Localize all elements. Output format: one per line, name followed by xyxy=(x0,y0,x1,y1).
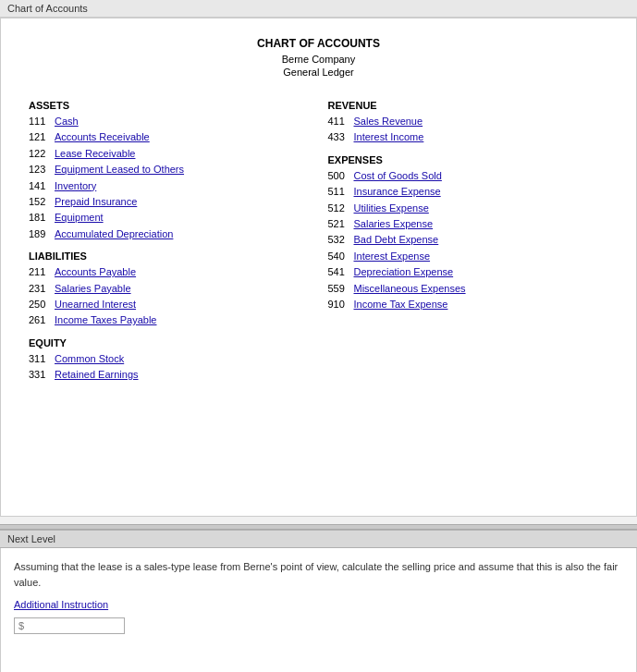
revenue-list: 411Sales Revenue433Interest Income xyxy=(328,115,609,145)
equity-list: 311Common Stock331Retained Earnings xyxy=(29,352,310,383)
account-name[interactable]: Common Stock xyxy=(55,352,124,366)
accounts-columns: ASSETS 111Cash121Accounts Receivable122L… xyxy=(29,91,608,384)
account-number: 500 xyxy=(328,169,354,183)
next-level-label: Next Level xyxy=(7,533,55,544)
account-number: 141 xyxy=(29,179,55,193)
account-name[interactable]: Interest Income xyxy=(354,130,424,144)
account-name[interactable]: Equipment xyxy=(55,211,104,225)
account-name[interactable]: Income Taxes Payable xyxy=(55,313,156,327)
expenses-header: EXPENSES xyxy=(328,154,609,165)
list-item: 512Utilities Expense xyxy=(328,202,609,215)
list-item: 123Equipment Leased to Others xyxy=(29,163,310,177)
next-level-bar: Next Level xyxy=(0,530,637,548)
list-item: 261Income Taxes Payable xyxy=(29,313,310,327)
account-name[interactable]: Unearned Interest xyxy=(55,298,136,312)
account-name[interactable]: Salaries Expense xyxy=(354,217,434,231)
assets-header: ASSETS xyxy=(29,100,310,111)
account-number: 559 xyxy=(328,282,354,296)
equity-header: EQUITY xyxy=(29,337,310,348)
chart-of-accounts-panel: CHART OF ACCOUNTS Berne Company General … xyxy=(0,18,637,517)
instruction-text: Assuming that the lease is a sales-type … xyxy=(14,559,623,590)
list-item: 532Bad Debt Expense xyxy=(328,233,609,247)
account-name[interactable]: Lease Receivable xyxy=(55,147,135,161)
list-item: 500Cost of Goods Sold xyxy=(328,169,609,183)
account-name[interactable]: Cost of Goods Sold xyxy=(354,169,442,183)
account-name[interactable]: Miscellaneous Expenses xyxy=(354,282,466,296)
tab-label: Chart of Accounts xyxy=(7,3,88,14)
account-number: 541 xyxy=(328,265,354,279)
account-name[interactable]: Inventory xyxy=(55,179,96,193)
list-item: 910Income Tax Expense xyxy=(328,298,609,312)
account-name[interactable]: Salaries Payable xyxy=(55,282,131,296)
account-name[interactable]: Depreciation Expense xyxy=(354,265,454,279)
account-name[interactable]: Accumulated Depreciation xyxy=(55,227,173,241)
bottom-section: Assuming that the lease is a sales-type … xyxy=(0,548,637,672)
account-name[interactable]: Interest Expense xyxy=(354,250,431,263)
list-item: 311Common Stock xyxy=(29,352,310,366)
list-item: 521Salaries Expense xyxy=(328,217,609,231)
account-number: 211 xyxy=(29,265,55,279)
account-name[interactable]: Prepaid Insurance xyxy=(55,195,137,209)
list-item: 250Unearned Interest xyxy=(29,298,310,312)
account-name[interactable]: Sales Revenue xyxy=(354,115,423,128)
account-name[interactable]: Retained Earnings xyxy=(55,368,139,382)
list-item: 541Depreciation Expense xyxy=(328,265,609,279)
liabilities-header: LIABILITIES xyxy=(29,250,310,262)
account-number: 331 xyxy=(29,368,55,382)
list-item: 121Accounts Receivable xyxy=(29,130,310,144)
account-number: 511 xyxy=(328,185,354,199)
tab-bar: Chart of Accounts xyxy=(0,0,637,18)
list-item: 181Equipment xyxy=(29,211,310,225)
account-name[interactable]: Insurance Expense xyxy=(354,185,441,199)
account-name[interactable]: Cash xyxy=(55,115,79,128)
account-name[interactable]: Bad Debt Expense xyxy=(354,233,439,247)
chart-ledger: General Ledger xyxy=(29,67,608,78)
account-number: 532 xyxy=(328,233,354,247)
list-item: 211Accounts Payable xyxy=(29,265,310,279)
answer-input[interactable] xyxy=(14,617,125,634)
account-name[interactable]: Utilities Expense xyxy=(354,202,429,215)
account-name[interactable]: Accounts Receivable xyxy=(55,130,150,144)
account-number: 189 xyxy=(29,227,55,241)
account-name[interactable]: Equipment Leased to Others xyxy=(55,163,184,177)
account-number: 311 xyxy=(29,352,55,366)
list-item: 331Retained Earnings xyxy=(29,368,310,382)
chart-title: CHART OF ACCOUNTS xyxy=(29,37,608,50)
account-number: 910 xyxy=(328,298,354,312)
account-number: 411 xyxy=(328,115,354,128)
chart-company: Berne Company xyxy=(29,54,608,65)
account-number: 250 xyxy=(29,298,55,312)
account-number: 540 xyxy=(328,250,354,263)
additional-instruction-link[interactable]: Additional Instruction xyxy=(14,599,623,610)
account-number: 261 xyxy=(29,313,55,327)
list-item: 231Salaries Payable xyxy=(29,282,310,296)
list-item: 111Cash xyxy=(29,115,310,128)
account-number: 231 xyxy=(29,282,55,296)
list-item: 122Lease Receivable xyxy=(29,147,310,161)
list-item: 559Miscellaneous Expenses xyxy=(328,282,609,296)
left-column: ASSETS 111Cash121Accounts Receivable122L… xyxy=(29,91,319,384)
account-number: 122 xyxy=(29,147,55,161)
expenses-list: 500Cost of Goods Sold511Insurance Expens… xyxy=(328,169,609,312)
account-name[interactable]: Income Tax Expense xyxy=(354,298,448,312)
account-number: 433 xyxy=(328,130,354,144)
account-number: 521 xyxy=(328,217,354,231)
list-item: 189Accumulated Depreciation xyxy=(29,227,310,241)
assets-list: 111Cash121Accounts Receivable122Lease Re… xyxy=(29,115,310,241)
account-number: 152 xyxy=(29,195,55,209)
list-item: 540Interest Expense xyxy=(328,250,609,263)
account-name[interactable]: Accounts Payable xyxy=(55,265,136,279)
account-number: 181 xyxy=(29,211,55,225)
revenue-header: REVENUE xyxy=(328,100,609,111)
list-item: 433Interest Income xyxy=(328,130,609,144)
list-item: 511Insurance Expense xyxy=(328,185,609,199)
list-item: 152Prepaid Insurance xyxy=(29,195,310,209)
list-item: 141Inventory xyxy=(29,179,310,193)
liabilities-list: 211Accounts Payable231Salaries Payable25… xyxy=(29,265,310,328)
account-number: 111 xyxy=(29,115,55,128)
right-column: REVENUE 411Sales Revenue433Interest Inco… xyxy=(319,91,609,384)
list-item: 411Sales Revenue xyxy=(328,115,609,128)
account-number: 121 xyxy=(29,130,55,144)
account-number: 512 xyxy=(328,202,354,215)
account-number: 123 xyxy=(29,163,55,177)
